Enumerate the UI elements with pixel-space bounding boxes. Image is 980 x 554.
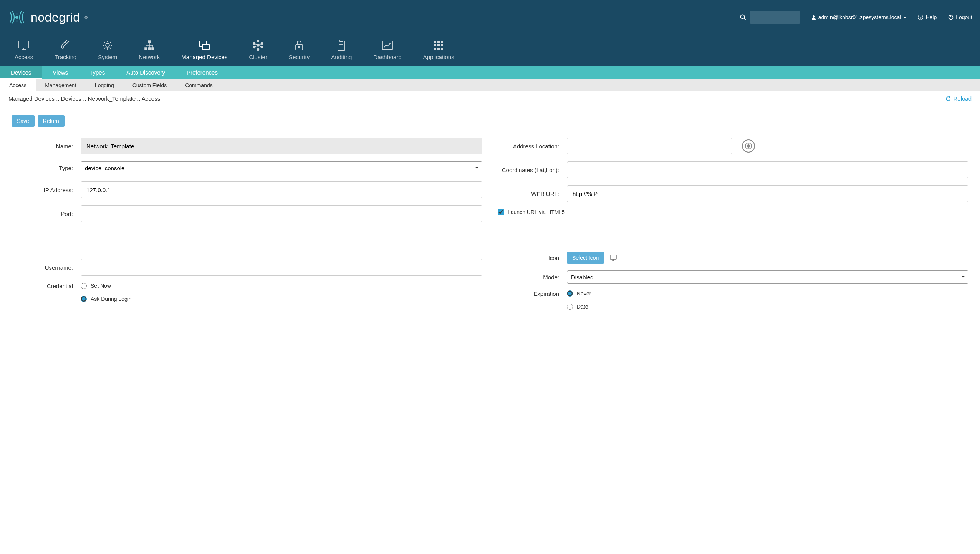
radio-set-now[interactable]: Set Now: [81, 283, 482, 289]
svg-rect-39: [437, 44, 440, 46]
label-web-url: WEB URL:: [498, 191, 559, 197]
radio-date[interactable]: Date: [567, 304, 968, 310]
row-icon: Icon Select Icon: [498, 252, 968, 264]
select-type[interactable]: device_console: [81, 161, 482, 174]
nav-cluster[interactable]: Cluster: [238, 35, 278, 66]
label-expiration: Expiration: [498, 290, 559, 297]
sub-preferences[interactable]: Preferences: [176, 66, 228, 79]
radio-set-now-input[interactable]: [81, 283, 87, 289]
search-icon[interactable]: [740, 14, 746, 20]
select-icon-button[interactable]: Select Icon: [567, 252, 604, 264]
subsub-access[interactable]: Access: [0, 79, 36, 91]
subsub-commands[interactable]: Commands: [176, 79, 222, 91]
nav-tracking[interactable]: Tracking: [44, 35, 87, 66]
return-button[interactable]: Return: [38, 115, 65, 127]
subsub-nav: Access Management Logging Custom Fields …: [0, 79, 980, 91]
sub-nav: Devices Views Types Auto Discovery Prefe…: [0, 66, 980, 79]
sub-auto-discovery[interactable]: Auto Discovery: [116, 66, 176, 79]
nav-managed-devices[interactable]: Managed Devices: [171, 35, 238, 66]
radio-set-now-label: Set Now: [91, 283, 111, 289]
nav-network[interactable]: Network: [128, 35, 171, 66]
nav-access[interactable]: Access: [4, 35, 44, 66]
svg-text:?: ?: [920, 16, 922, 20]
user-icon: [811, 15, 816, 20]
nav-system[interactable]: System: [87, 35, 128, 66]
help-link[interactable]: ? Help: [918, 14, 937, 20]
row-port: Port:: [12, 205, 482, 222]
help-icon: ?: [918, 15, 923, 20]
help-label: Help: [925, 14, 937, 20]
nav-label: Security: [289, 54, 310, 60]
nav-auditing[interactable]: Auditing: [320, 35, 363, 66]
input-ip[interactable]: [81, 181, 482, 198]
label-icon: Icon: [498, 255, 559, 261]
radio-ask-login-input[interactable]: [81, 296, 87, 302]
sub-types[interactable]: Types: [79, 66, 116, 79]
input-coordinates[interactable]: [567, 161, 968, 178]
top-header: nodegrid ® admin@lknbsr01.zpesystems.loc…: [0, 0, 980, 35]
subsub-logging[interactable]: Logging: [86, 79, 123, 91]
nav-applications[interactable]: Applications: [412, 35, 465, 66]
svg-rect-38: [434, 44, 436, 46]
search-input[interactable]: [750, 11, 800, 24]
svg-rect-17: [152, 48, 154, 50]
form-left-column: Name: Type: device_console IP Address: P…: [12, 138, 482, 310]
checkbox-launch-html5-input[interactable]: [498, 209, 504, 215]
user-menu[interactable]: admin@lknbsr01.zpesystems.local: [811, 14, 907, 20]
form-right-column: Address Location: Coordinates (Lat,Lon):…: [498, 138, 968, 310]
save-button[interactable]: Save: [12, 115, 35, 127]
select-mode[interactable]: Disabled: [567, 270, 968, 284]
input-address-location[interactable]: [567, 138, 732, 154]
svg-point-1: [740, 15, 744, 19]
reload-icon: [945, 96, 951, 101]
subsub-custom-fields[interactable]: Custom Fields: [123, 79, 176, 91]
row-address-location: Address Location:: [498, 138, 968, 154]
nav-label: Managed Devices: [181, 54, 227, 60]
chart-icon: [381, 39, 394, 51]
input-port[interactable]: [81, 205, 482, 222]
nav-label: System: [98, 54, 117, 60]
radio-never-input[interactable]: [567, 290, 573, 297]
nav-label: Network: [139, 54, 160, 60]
label-ip: IP Address:: [12, 187, 73, 193]
svg-rect-40: [441, 44, 443, 46]
radio-ask-login[interactable]: Ask During Login: [81, 296, 482, 302]
main-nav: Access Tracking System Network Managed D…: [0, 35, 980, 66]
input-name[interactable]: [81, 138, 482, 154]
reload-label: Reload: [953, 95, 972, 102]
expiration-radio-group: Never Date: [567, 290, 968, 310]
compass-icon[interactable]: [742, 139, 755, 153]
reload-button[interactable]: Reload: [945, 95, 972, 102]
subsub-management[interactable]: Management: [36, 79, 86, 91]
svg-point-0: [16, 16, 18, 18]
logout-link[interactable]: Logout: [948, 14, 972, 20]
network-icon: [143, 39, 156, 51]
svg-rect-14: [148, 41, 151, 43]
svg-point-28: [298, 46, 300, 48]
sub-views[interactable]: Views: [42, 66, 79, 79]
nav-label: Tracking: [55, 54, 76, 60]
radio-never[interactable]: Never: [567, 290, 968, 297]
radio-date-label: Date: [577, 304, 588, 310]
label-username: Username:: [12, 264, 73, 271]
row-coordinates: Coordinates (Lat,Lon):: [498, 161, 968, 178]
nav-label: Applications: [423, 54, 454, 60]
sub-devices[interactable]: Devices: [0, 66, 42, 79]
registered-mark: ®: [85, 15, 88, 20]
svg-rect-42: [437, 48, 440, 50]
nav-security[interactable]: Security: [278, 35, 320, 66]
label-name: Name:: [12, 143, 73, 149]
row-launch-html5: Launch URL via HTML5: [498, 209, 968, 215]
radio-ask-login-label: Ask During Login: [91, 296, 132, 302]
row-ip: IP Address:: [12, 181, 482, 198]
input-username[interactable]: [81, 259, 482, 276]
label-address-location: Address Location:: [498, 143, 559, 149]
user-label: admin@lknbsr01.zpesystems.local: [818, 14, 901, 20]
nav-dashboard[interactable]: Dashboard: [363, 35, 412, 66]
radio-date-input[interactable]: [567, 304, 573, 310]
svg-point-3: [813, 15, 815, 18]
nav-label: Auditing: [331, 54, 352, 60]
input-web-url[interactable]: [567, 185, 968, 202]
checkbox-launch-html5[interactable]: Launch URL via HTML5: [498, 209, 565, 215]
row-name: Name:: [12, 138, 482, 154]
